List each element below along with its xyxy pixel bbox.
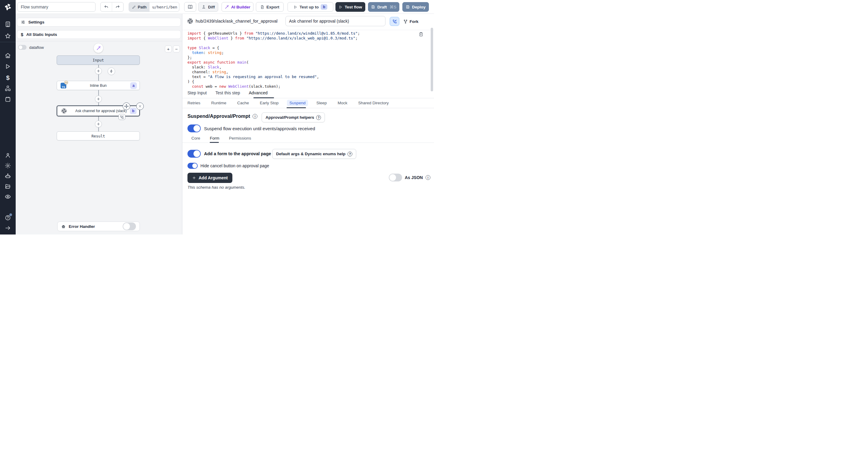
path-label-segment[interactable]: Path xyxy=(129,2,150,11)
dataflow-label: dataflow xyxy=(29,45,44,50)
add-form-row: Add a form to the approval page xyxy=(187,150,271,158)
code-line: type Slack = { xyxy=(187,45,416,50)
zoom-out-button[interactable]: − xyxy=(173,45,180,53)
export-button[interactable]: Export xyxy=(256,2,284,12)
add-argument-button[interactable]: Add Argument xyxy=(187,173,232,183)
subtab-suspend[interactable]: Suspend xyxy=(287,100,308,106)
subtab-mock[interactable]: Mock xyxy=(338,101,347,105)
advanced-subtabs: Retries Runtime Cache Early Stop Suspend… xyxy=(187,101,389,105)
all-static-inputs-card[interactable]: $ All Static Inputs xyxy=(17,30,181,39)
ai-flow-wand-button[interactable] xyxy=(93,43,103,53)
step-badge: b xyxy=(321,4,327,10)
docs-button[interactable] xyxy=(184,2,196,12)
question-icon: ? xyxy=(347,152,352,156)
undo-button[interactable] xyxy=(101,2,112,11)
sidebar-divider xyxy=(0,42,16,42)
inline-bun-node[interactable]: TS Inline Bun a xyxy=(57,81,140,90)
suspend-toggle-label: Suspend flow execution until events/appr… xyxy=(204,126,315,131)
subtab-cache[interactable]: Cache xyxy=(237,101,249,105)
workspace-icon[interactable] xyxy=(5,21,11,27)
workers-robot-icon[interactable] xyxy=(5,173,11,179)
flow-result-node[interactable]: Result xyxy=(57,131,140,140)
as-json-toggle[interactable] xyxy=(389,174,402,182)
copy-code-button[interactable] xyxy=(418,32,424,37)
subtab-early-stop[interactable]: Early Stop xyxy=(260,101,278,105)
tab-test-this-step[interactable]: Test this step xyxy=(216,90,240,95)
error-handler-card[interactable]: Error Handler xyxy=(57,222,140,231)
flow-input-node[interactable]: Input xyxy=(57,56,140,65)
folders-icon[interactable] xyxy=(5,183,11,190)
typescript-bun-icon: TS xyxy=(61,83,66,88)
flow-summary-input[interactable]: Flow summary xyxy=(18,2,96,12)
ai-builder-button[interactable]: AI Builder xyxy=(221,2,253,12)
subtab-sleep[interactable]: Sleep xyxy=(316,101,327,105)
step-title-input[interactable]: Ask channel for approval (slack) xyxy=(285,16,385,26)
diff-button[interactable]: Diff xyxy=(198,2,218,12)
tabs-border xyxy=(182,98,434,98)
add-form-toggle[interactable] xyxy=(187,150,201,158)
code-line: }; xyxy=(187,55,416,60)
info-icon[interactable]: i xyxy=(426,175,430,180)
runs-icon[interactable] xyxy=(5,63,11,70)
move-step-button[interactable] xyxy=(123,102,130,110)
dataflow-toggle[interactable] xyxy=(18,45,27,50)
audit-eye-icon[interactable] xyxy=(5,193,11,200)
play-icon xyxy=(293,5,298,9)
deploy-button[interactable]: Deploy xyxy=(402,2,429,12)
code-editor[interactable]: import { getResumeUrls } from "https://d… xyxy=(187,31,416,89)
advanced-tab-underline xyxy=(253,97,274,98)
variables-icon[interactable]: $ xyxy=(5,74,11,81)
default-args-help-button[interactable]: Default args & Dynamic enums help ? xyxy=(272,149,356,159)
tab-form[interactable]: Form xyxy=(210,136,219,140)
expand-sidebar-arrow-icon[interactable] xyxy=(5,225,11,231)
path-control[interactable]: Path u/henri/ben xyxy=(129,2,179,12)
code-line: const web = new WebClient(slack.token); xyxy=(187,84,416,89)
node-badge-b: b xyxy=(130,107,136,114)
suspend-phone-button[interactable] xyxy=(390,17,399,26)
users-icon[interactable] xyxy=(5,152,11,159)
tab-step-input[interactable]: Step Input xyxy=(187,90,207,95)
test-flow-button[interactable]: Test flow xyxy=(336,2,365,12)
tab-core[interactable]: Core xyxy=(191,136,200,140)
settings-card[interactable]: Settings xyxy=(17,18,181,27)
clipboard-icon xyxy=(418,32,424,37)
schedules-calendar-icon[interactable] xyxy=(5,96,11,102)
insert-step-button[interactable] xyxy=(95,96,102,102)
error-handler-toggle[interactable] xyxy=(123,222,136,230)
tab-advanced[interactable]: Advanced xyxy=(249,90,268,95)
home-icon[interactable] xyxy=(5,53,11,59)
subtab-runtime[interactable]: Runtime xyxy=(211,101,226,105)
resources-icon[interactable] xyxy=(5,85,11,92)
subtab-retries[interactable]: Retries xyxy=(187,101,200,105)
trigger-lightning-button[interactable] xyxy=(107,67,115,75)
windmill-logo[interactable] xyxy=(4,3,12,11)
code-line: ) { xyxy=(187,79,416,84)
code-line: token: string; xyxy=(187,50,416,55)
subtab-shared-directory[interactable]: Shared Directory xyxy=(358,101,389,105)
tab-permissions[interactable]: Permissions xyxy=(229,136,251,140)
path-value[interactable]: u/henri/ben xyxy=(150,5,179,9)
test-up-to-button[interactable]: Test up to b xyxy=(287,2,333,12)
suspend-flow-toggle[interactable] xyxy=(187,124,201,132)
pencil-icon xyxy=(132,5,136,9)
draft-button[interactable]: Draft ⌘S xyxy=(368,2,399,12)
add-form-label: Add a form to the approval page xyxy=(204,151,271,156)
panel-scrollbar[interactable] xyxy=(431,28,433,91)
hub-path[interactable]: hub/2439/slack/ask_channel_for_approval xyxy=(195,19,278,24)
settings-gear-icon[interactable] xyxy=(5,162,11,169)
info-icon[interactable]: i xyxy=(253,114,257,119)
hide-cancel-toggle[interactable] xyxy=(187,163,198,169)
fork-button[interactable]: Fork xyxy=(403,17,418,26)
slack-icon xyxy=(61,108,67,114)
insert-step-button[interactable] xyxy=(95,67,102,74)
suspend-heading: Suspend/Approval/Prompt xyxy=(187,113,250,119)
favorites-star-icon[interactable] xyxy=(5,33,11,39)
undo-redo-group xyxy=(100,2,124,12)
insert-step-button[interactable] xyxy=(95,121,102,127)
delete-step-button[interactable] xyxy=(136,102,144,110)
book-icon xyxy=(188,4,193,9)
wand-icon xyxy=(224,5,229,9)
redo-button[interactable] xyxy=(112,2,124,11)
zoom-in-button[interactable]: + xyxy=(165,45,172,53)
approval-prompt-helpers-button[interactable]: Approval/Prompt helpers ? xyxy=(261,113,325,122)
